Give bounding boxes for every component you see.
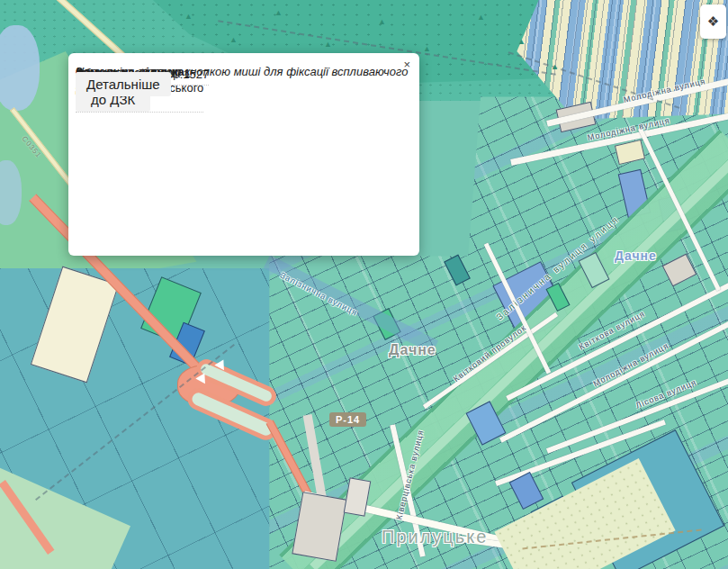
- tree-icon: ▲: [274, 9, 283, 17]
- tree-icon: ▲: [551, 63, 559, 71]
- map-canvas[interactable]: ▲ ▲ ▲ ▲ ▲ ▲ ▲ ▲ ▲ Молодіжна вулиця Молод…: [0, 0, 728, 569]
- map-popup: × Об'єктів в цій точці: 1 Натисніть прав…: [68, 53, 419, 256]
- place-label-dachne: Дачне: [615, 248, 657, 263]
- tree-icon: ▲: [184, 13, 193, 21]
- details-button[interactable]: Детальніше: [76, 72, 171, 96]
- tree-icon: ▲: [517, 38, 526, 46]
- tree-icon: ▲: [423, 45, 431, 53]
- place-label-dachne: Дачне: [389, 342, 436, 358]
- marsh-patch: [0, 25, 40, 111]
- tree-icon: ▲: [378, 18, 386, 26]
- layers-control-button[interactable]: ❖: [700, 5, 726, 39]
- tree-icon: ▲: [229, 36, 238, 44]
- place-label-prylutske: Прилуцьке: [382, 527, 488, 547]
- road-shield-r14: Р-14: [329, 412, 366, 427]
- tree-icon: ▲: [324, 41, 332, 49]
- layers-icon: ❖: [707, 14, 719, 30]
- tree-icon: ▲: [477, 14, 485, 22]
